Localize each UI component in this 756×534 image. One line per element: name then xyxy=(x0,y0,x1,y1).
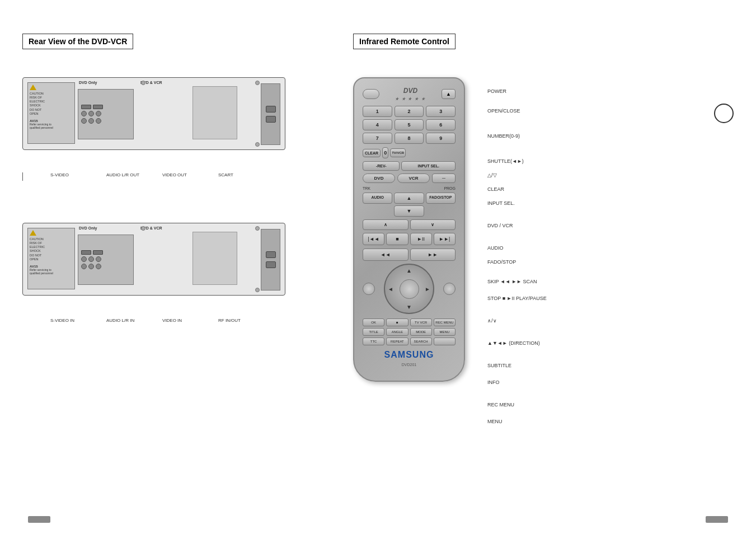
btn-6[interactable]: 6 xyxy=(426,119,456,130)
next-button[interactable]: ►►| xyxy=(434,233,456,245)
ttc-button[interactable]: TTC xyxy=(363,338,384,345)
bottom-diagram-annotations: S-VIDEO IN AUDIO L/R IN VIDEO IN RF IN/O… xyxy=(22,318,285,363)
updown-row: ∧ ∨ xyxy=(363,219,456,230)
btn-4[interactable]: 4 xyxy=(363,119,392,130)
joystick-center[interactable] xyxy=(400,279,419,299)
ann-audio: AUDIO xyxy=(487,245,504,251)
conn-circle-b2 xyxy=(88,256,94,262)
rew-ff-row: ◄◄ ►► xyxy=(363,249,456,261)
rew-button[interactable]: ◄◄ xyxy=(363,249,408,261)
nav-down-button[interactable]: ▼ xyxy=(394,205,424,217)
conn-row-b3 xyxy=(81,264,130,269)
stop2-button[interactable]: ■ xyxy=(386,318,408,326)
ann-updown: △/▽ xyxy=(487,172,497,178)
angle-button[interactable]: ANGLE xyxy=(386,328,408,336)
dash-button[interactable]: — xyxy=(432,174,456,183)
conn-circle-b3 xyxy=(96,256,101,262)
screw-top-3 xyxy=(141,81,145,85)
bottom-page-left xyxy=(28,516,50,523)
top-diagram-annotations: S-VIDEO AUDIO L/R OUT VIDEO OUT SCART xyxy=(22,172,285,217)
joystick-area: ▲ ▼ ◄ ► xyxy=(363,264,456,314)
repeat-button[interactable]: REPEAT xyxy=(386,338,408,345)
conn-circle-b4 xyxy=(81,264,87,269)
rev-button[interactable]: -REV- xyxy=(363,161,400,171)
bottom-buttons: OK ■ TV VCR REC MENU TITLE ANGLE MODE ME… xyxy=(363,318,456,345)
btn-5[interactable]: 5 xyxy=(395,119,424,130)
menu2-button[interactable]: MENU xyxy=(434,328,456,336)
joystick-outer[interactable]: ▲ ▼ ◄ ► xyxy=(384,264,434,314)
btn-9[interactable]: 9 xyxy=(426,133,456,144)
nav-area: AUDIO ▲ FADO/STOP ▼ xyxy=(363,193,456,217)
btn-3[interactable]: 3 xyxy=(426,106,456,117)
stop-button[interactable]: ■ xyxy=(386,233,408,245)
vcr-button[interactable]: VCR xyxy=(397,174,430,183)
ann-text-3: VIDEO OUT xyxy=(162,172,187,177)
clear-button[interactable]: CLEAR xyxy=(363,149,381,157)
ann-line-1 xyxy=(22,172,23,181)
diagram-box-top: CAUTIONRISK OFELECTRICSHOCKDO NOTOPEN AV… xyxy=(22,77,285,150)
info-side-button[interactable] xyxy=(443,283,456,295)
joy-left-button[interactable]: ◄ xyxy=(388,286,393,292)
empty-button xyxy=(434,338,456,345)
remote-annotations: POWER OPEN/CLOSE NUMBER(0-9) SHUTTLE(◄►)… xyxy=(482,77,594,382)
search-button[interactable]: SEARCH xyxy=(410,338,432,345)
samsung-logo: SAMSUNG xyxy=(363,350,456,360)
ok-button[interactable]: OK xyxy=(363,318,384,326)
ann-direction: ▲▼◄► (DIRECTION) xyxy=(487,340,540,346)
fado-stop-button[interactable]: FADO/STOP xyxy=(426,193,456,204)
remote-control: DVD ★ ★ ★ ★ ★ ▲ 1 2 3 4 5 6 7 8 xyxy=(353,77,465,382)
caution-triangle-bottom xyxy=(30,230,36,236)
eject-button[interactable]: ▲ xyxy=(442,89,456,99)
power-button[interactable] xyxy=(363,89,379,99)
up2-button[interactable]: ∧ xyxy=(363,219,408,230)
ann-dvdvcr: DVD / VCR xyxy=(487,223,513,228)
conn-circle-1 xyxy=(81,111,87,116)
mode-button[interactable]: MODE xyxy=(410,328,432,336)
av-text-bottom: Refer servicing toqualified personnel xyxy=(30,268,73,275)
btn-7[interactable]: 7 xyxy=(363,133,392,144)
prev-button[interactable]: |◄◄ xyxy=(363,233,384,245)
screw-bot-3 xyxy=(141,226,145,231)
subtitle-side-button[interactable] xyxy=(363,283,375,295)
remote-area: DVD ★ ★ ★ ★ ★ ▲ 1 2 3 4 5 6 7 8 xyxy=(353,77,734,382)
far-right-panel-bottom xyxy=(261,229,280,291)
prog-label: PROG xyxy=(444,186,456,190)
screw-top-1 xyxy=(255,81,260,85)
ann-subtitle: SUBTITLE xyxy=(487,363,511,368)
nav-spacer2 xyxy=(426,205,456,217)
ann-info: INFO xyxy=(487,380,500,385)
btn-1[interactable]: 1 xyxy=(363,106,392,117)
rec-menu-button[interactable]: REC MENU xyxy=(434,318,456,326)
screw-bot-1 xyxy=(255,226,260,231)
numpad: 1 2 3 4 5 6 7 8 9 xyxy=(363,106,456,144)
btn-8[interactable]: 8 xyxy=(395,133,424,144)
conn-row-b1 xyxy=(81,250,130,255)
play-pause-button[interactable]: ►II xyxy=(410,233,432,245)
joy-down-button[interactable]: ▼ xyxy=(406,304,412,310)
down2-button[interactable]: ∨ xyxy=(410,219,456,230)
joy-right-button[interactable]: ► xyxy=(425,286,430,292)
conn-circle-b1 xyxy=(81,256,87,262)
conn-rect-b2 xyxy=(93,250,103,255)
conn-circle-4 xyxy=(81,118,87,124)
ff-button[interactable]: ►► xyxy=(410,249,456,261)
nav-up-button[interactable]: ▲ xyxy=(394,193,424,204)
panel-btn-b1 xyxy=(266,251,276,258)
tv-vcr2-button[interactable]: TV VCR xyxy=(410,318,432,326)
tv-vcr-button[interactable]: TV/VCR xyxy=(390,148,406,157)
conn-rect-b1 xyxy=(81,250,91,255)
btn-2[interactable]: 2 xyxy=(395,106,424,117)
connectors-bottom xyxy=(78,235,134,285)
model-number: DVD201 xyxy=(363,363,456,367)
conn-circle-5 xyxy=(88,118,94,124)
btn-0[interactable]: 0 xyxy=(382,147,388,158)
dvd-button[interactable]: DVD xyxy=(363,174,395,183)
title-button[interactable]: TITLE xyxy=(363,328,384,336)
conn-rect-2 xyxy=(93,105,103,109)
ann-transport: SKIP ◄◄ ►► SCAN xyxy=(487,279,537,284)
joy-up-button[interactable]: ▲ xyxy=(406,268,412,274)
conn-row-3 xyxy=(81,118,130,124)
av-text-top: Refer servicing toqualified personnel xyxy=(30,123,73,130)
audio-button[interactable]: AUDIO xyxy=(363,193,392,204)
input-sel-button[interactable]: INPUT SEL. xyxy=(401,161,456,171)
